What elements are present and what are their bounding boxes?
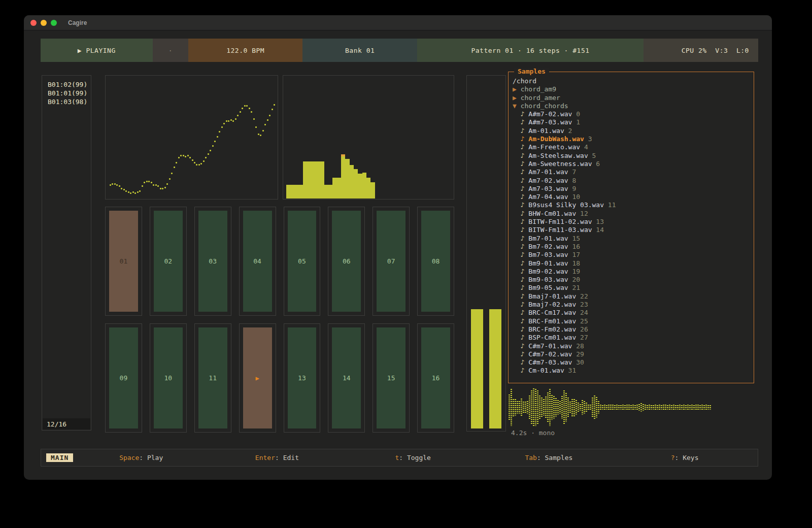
waveform-column — [561, 396, 563, 418]
scatter-dot — [240, 111, 241, 113]
pad-cell-03[interactable]: 03 — [194, 207, 231, 316]
pad-04[interactable]: 04 — [243, 211, 272, 312]
pad-cell-07[interactable]: 07 — [373, 207, 410, 316]
pad-16[interactable]: 16 — [421, 327, 450, 428]
pad-12[interactable]: ▶ — [243, 327, 272, 428]
waveform-column — [636, 405, 638, 410]
pad-cell-16[interactable]: 16 — [417, 323, 454, 433]
pad-cell-15[interactable]: 15 — [373, 323, 410, 433]
sample-file-row[interactable]: ♪ Bm7-03.wav 17 — [513, 251, 751, 259]
pad-03[interactable]: 03 — [198, 211, 227, 312]
pad-cell-08[interactable]: 08 — [417, 207, 454, 316]
sample-file-row[interactable]: ♪ Cm-01.wav 31 — [513, 367, 751, 375]
sample-file-row[interactable]: ♪ Bm9-03.wav 20 — [513, 276, 751, 284]
pad-cell-14[interactable]: 14 — [328, 323, 365, 433]
zoom-window-button[interactable] — [51, 20, 57, 26]
pad-01[interactable]: 01 — [109, 211, 138, 312]
shortcut-enter[interactable]: Enter: Edit — [209, 454, 345, 461]
sample-file-name: Am-Freeto.wav — [528, 143, 580, 151]
waveform-column — [563, 390, 565, 424]
waveform-column — [618, 405, 620, 410]
sample-file-row[interactable]: ♪ A#m7-02.wav 0 — [513, 110, 751, 118]
sample-file-row[interactable]: ♪ BSP-Cm01.wav 27 — [513, 334, 751, 342]
pad-05[interactable]: 05 — [288, 211, 317, 312]
sample-file-row[interactable]: ♪ Am-Steelsaw.wav 5 — [513, 152, 751, 160]
sample-file-row[interactable]: ♪ Bm7-02.wav 16 — [513, 243, 751, 251]
folder-row-chord_am9[interactable]: ▶ chord_am9 — [513, 85, 751, 93]
scatter-dot — [144, 182, 145, 183]
pad-02[interactable]: 02 — [154, 211, 183, 312]
sample-file-row[interactable]: ♪ Am-Freeto.wav 4 — [513, 143, 751, 151]
sample-file-row[interactable]: ♪ C#m7-01.wav 28 — [513, 342, 751, 350]
sample-file-row[interactable]: ♪ B9sus4 Silky 03.wav 11 — [513, 201, 751, 209]
spectrum-bar — [358, 174, 362, 199]
sample-file-row[interactable]: ♪ Am7-04.wav 10 — [513, 193, 751, 201]
sample-file-row[interactable]: ♪ Bmaj7-02.wav 23 — [513, 301, 751, 309]
sample-file-row[interactable]: ♪ C#m7-03.wav 30 — [513, 358, 751, 367]
pad-cell-09[interactable]: 09 — [105, 323, 142, 433]
sample-file-row[interactable]: ♪ Am-DubWash.wav 3 — [513, 135, 751, 143]
sample-file-row[interactable]: ♪ Am7-03.wav 9 — [513, 185, 751, 193]
pad-cell-06[interactable]: 06 — [328, 207, 365, 316]
close-window-button[interactable] — [30, 20, 37, 26]
sample-file-row[interactable]: ♪ Am7-01.wav 7 — [513, 168, 751, 176]
pad-cell-04[interactable]: 04 — [239, 207, 276, 316]
pad-15[interactable]: 15 — [377, 327, 405, 428]
shortcut-?[interactable]: ?: Keys — [617, 454, 753, 461]
pad-08[interactable]: 08 — [421, 211, 450, 312]
waveform-column — [655, 405, 656, 410]
spectrum-bar — [308, 161, 312, 199]
vu-meter-bar — [471, 309, 483, 428]
folder-row-chord_amer[interactable]: ▶ chord_amer — [513, 94, 751, 102]
pad-13[interactable]: 13 — [288, 327, 317, 428]
folder-expanded-icon[interactable]: ▼ — [513, 102, 521, 110]
folder-collapsed-icon[interactable]: ▶ — [513, 85, 521, 93]
pad-cell-12[interactable]: ▶ — [239, 323, 276, 433]
pad-cell-01[interactable]: 01 — [105, 207, 142, 316]
sample-file-row[interactable]: ♪ Am-Sweetness.wav 6 — [513, 160, 751, 168]
pad-14[interactable]: 14 — [332, 327, 361, 428]
minimize-window-button[interactable] — [41, 20, 47, 26]
sample-file-index: 5 — [588, 152, 596, 159]
sample-file-row[interactable]: ♪ BITW-Fm11-02.wav 13 — [513, 218, 751, 226]
sample-file-row[interactable]: ♪ BRC-Cm17.wav 24 — [513, 309, 751, 317]
pad-cell-13[interactable]: 13 — [284, 323, 321, 433]
folder-collapsed-icon[interactable]: ▶ — [513, 94, 521, 102]
pad-06[interactable]: 06 — [332, 211, 361, 312]
sample-file-row[interactable]: ♪ C#m7-02.wav 29 — [513, 350, 751, 358]
status-segment-metronome: · — [153, 39, 189, 62]
sample-file-row[interactable]: ♪ Bm7-01.wav 15 — [513, 235, 751, 243]
sample-file-row[interactable]: ♪ Am-01.wav 2 — [513, 127, 751, 135]
pad-cell-11[interactable]: 11 — [194, 323, 231, 433]
waveform-column — [584, 401, 585, 414]
sample-file-name: Am7-02.wav — [528, 177, 568, 184]
sample-file-row[interactable]: ♪ Bm9-01.wav 18 — [513, 259, 751, 268]
sample-file-row[interactable]: ♪ BRC-Fm01.wav 25 — [513, 317, 751, 325]
pad-cell-02[interactable]: 02 — [150, 207, 187, 316]
pad-10[interactable]: 10 — [154, 327, 183, 428]
waveform-column — [638, 404, 640, 411]
voice-entry: B01:01(99) — [48, 89, 91, 97]
folder-row-chord_chords[interactable]: ▼ chord_chords — [513, 102, 751, 110]
sample-file-row[interactable]: ♪ BRC-Fm02.wav 26 — [513, 325, 751, 334]
sample-file-row[interactable]: ♪ Bm9-02.wav 19 — [513, 268, 751, 276]
shortcut-tab[interactable]: Tab: Samples — [481, 454, 617, 461]
sample-file-row[interactable]: ♪ Am7-02.wav 8 — [513, 177, 751, 185]
status-segment-label: ▶ PLAYING — [78, 47, 116, 54]
pad-07[interactable]: 07 — [377, 211, 405, 312]
scatter-dot — [210, 150, 211, 151]
scatter-dot — [253, 118, 255, 120]
waveform-column — [671, 405, 672, 410]
sample-file-row[interactable]: ♪ BHW-Cm01.wav 12 — [513, 210, 751, 218]
shortcut-action: : Edit — [275, 454, 299, 461]
pad-11[interactable]: 11 — [198, 327, 227, 428]
sample-file-row[interactable]: ♪ Bm9-05.wav 21 — [513, 284, 751, 292]
shortcut-space[interactable]: Space: Play — [73, 454, 209, 461]
pad-09[interactable]: 09 — [109, 327, 138, 428]
shortcut-t[interactable]: t: Toggle — [345, 454, 481, 461]
sample-file-row[interactable]: ♪ A#m7-03.wav 1 — [513, 118, 751, 126]
pad-cell-10[interactable]: 10 — [150, 323, 187, 433]
sample-file-row[interactable]: ♪ Bmaj7-01.wav 22 — [513, 292, 751, 301]
pad-cell-05[interactable]: 05 — [284, 207, 321, 316]
sample-file-row[interactable]: ♪ BITW-Fm11-03.wav 14 — [513, 226, 751, 234]
